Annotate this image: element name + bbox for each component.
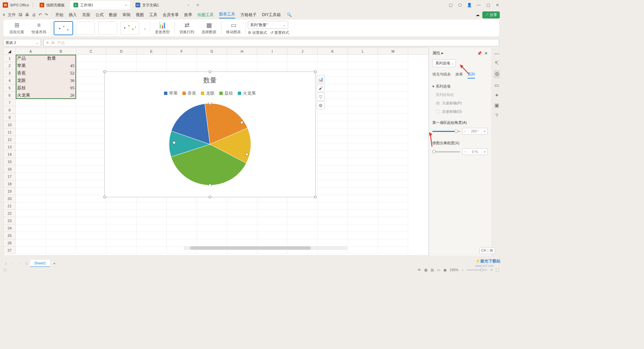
cell[interactable] [318, 188, 348, 195]
plus-icon[interactable]: + [482, 130, 487, 133]
cell[interactable] [76, 247, 106, 254]
cell[interactable] [378, 69, 408, 77]
cell[interactable]: 数量 [46, 55, 76, 62]
cell[interactable] [16, 188, 46, 195]
cell[interactable] [378, 106, 408, 114]
zoom-value[interactable]: 160% [450, 268, 459, 272]
col-header[interactable]: M [378, 48, 408, 54]
menu-绘图工具[interactable]: 绘图工具 [198, 12, 214, 18]
col-header[interactable]: F [167, 48, 197, 54]
series-options-dropdown[interactable]: 系列选项 [432, 59, 456, 67]
cell[interactable] [76, 129, 106, 136]
cell[interactable] [348, 158, 378, 165]
legend-item[interactable]: 火龙果 [238, 90, 256, 96]
cell[interactable] [76, 114, 106, 121]
cell[interactable] [378, 173, 408, 180]
cell[interactable] [378, 210, 408, 217]
cell[interactable] [378, 62, 408, 69]
cell[interactable] [76, 210, 106, 217]
select-data-button[interactable]: ▦选择数据 [199, 21, 219, 35]
cell[interactable] [348, 106, 378, 114]
print-icon[interactable]: 🖶 [25, 12, 29, 17]
row-header[interactable]: 9 [4, 114, 15, 121]
cell[interactable] [16, 232, 46, 239]
col-header[interactable]: L [348, 48, 378, 54]
menu-插入[interactable]: 插入 [69, 12, 77, 18]
col-header[interactable]: D [106, 48, 137, 54]
cell[interactable]: 52 [46, 69, 76, 77]
cell[interactable] [257, 62, 287, 69]
cell[interactable] [46, 114, 76, 121]
row-header[interactable]: 6 [4, 92, 15, 99]
row-header[interactable]: 20 [4, 195, 15, 202]
row-header[interactable]: 12 [4, 136, 15, 143]
cell[interactable] [76, 232, 106, 239]
reading-view-icon[interactable]: ▣ [443, 268, 446, 272]
cell[interactable] [167, 217, 197, 225]
cell[interactable] [348, 210, 378, 217]
close-window-icon[interactable]: ✕ [495, 3, 500, 7]
style-more-icon[interactable]: ⌄ [143, 26, 147, 31]
cell[interactable] [348, 84, 378, 92]
cell[interactable] [167, 62, 197, 69]
cell[interactable] [46, 188, 76, 195]
name-box[interactable]: 图表 2⌄ [3, 39, 41, 46]
cell[interactable] [348, 143, 378, 151]
cell[interactable] [197, 217, 227, 225]
cell[interactable] [197, 62, 227, 69]
cell[interactable] [227, 225, 257, 232]
row-header[interactable]: 3 [4, 69, 15, 77]
layers-icon[interactable]: ▭ [494, 82, 499, 88]
cell[interactable] [348, 165, 378, 173]
cell[interactable] [76, 151, 106, 158]
cell[interactable] [76, 217, 106, 225]
secondary-axis-radio[interactable]: 次坐标轴(S) [436, 109, 488, 114]
series-select[interactable]: 系列"数量" [248, 21, 288, 29]
cell[interactable] [378, 188, 408, 195]
menu-DIY工具箱[interactable]: DIY工具箱 [262, 12, 281, 18]
cell[interactable] [257, 225, 287, 232]
cell[interactable] [197, 225, 227, 232]
chart-style-2[interactable] [76, 21, 95, 35]
pin-icon[interactable]: 📌 [477, 51, 482, 56]
file-menu[interactable]: 文件 [8, 12, 16, 18]
cell[interactable] [137, 225, 167, 232]
chart-style-3[interactable] [98, 21, 117, 35]
cell[interactable] [76, 62, 106, 69]
tab-doc[interactable]: W 文字文稿1 • [132, 1, 193, 9]
cell[interactable] [378, 165, 408, 173]
row-header[interactable]: 23 [4, 217, 15, 225]
row-header[interactable]: 17 [4, 173, 15, 180]
cell[interactable] [76, 173, 106, 180]
cell[interactable] [106, 202, 137, 210]
cell[interactable] [287, 239, 318, 247]
tab-templates[interactable]: D 找稻壳模板 [36, 1, 68, 9]
menu-会员专享[interactable]: 会员专享 [163, 12, 179, 18]
row-header[interactable]: 7 [4, 99, 15, 106]
cell[interactable] [287, 202, 318, 210]
cell[interactable] [197, 210, 227, 217]
minimize-icon[interactable]: — [476, 3, 481, 7]
cell[interactable] [137, 217, 167, 225]
menu-公式[interactable]: 公式 [96, 12, 104, 18]
cell[interactable] [348, 232, 378, 239]
cell[interactable] [46, 232, 76, 239]
tab-workbook[interactable]: S 工作簿1 • [70, 1, 130, 9]
add-element-button[interactable]: ⊞添加元素 [7, 21, 27, 35]
cell[interactable] [106, 247, 137, 254]
cell[interactable] [16, 225, 46, 232]
series-options-section[interactable]: ▾ 系列选项 [432, 84, 488, 89]
cell[interactable] [227, 239, 257, 247]
cell[interactable] [46, 99, 76, 106]
book-icon[interactable]: ▣ [494, 102, 499, 108]
cell[interactable] [76, 84, 106, 92]
status-icon[interactable]: ⬚ [3, 268, 6, 272]
redo-icon[interactable]: ↷ [45, 12, 48, 17]
cell[interactable] [318, 180, 348, 188]
menu-工具[interactable]: 工具 [149, 12, 157, 18]
grid-view-icon[interactable]: ▦ [424, 268, 427, 272]
cell[interactable] [16, 99, 46, 106]
cell[interactable] [348, 202, 378, 210]
resize-handle[interactable] [209, 196, 211, 198]
minus-icon[interactable]: − [463, 150, 468, 154]
